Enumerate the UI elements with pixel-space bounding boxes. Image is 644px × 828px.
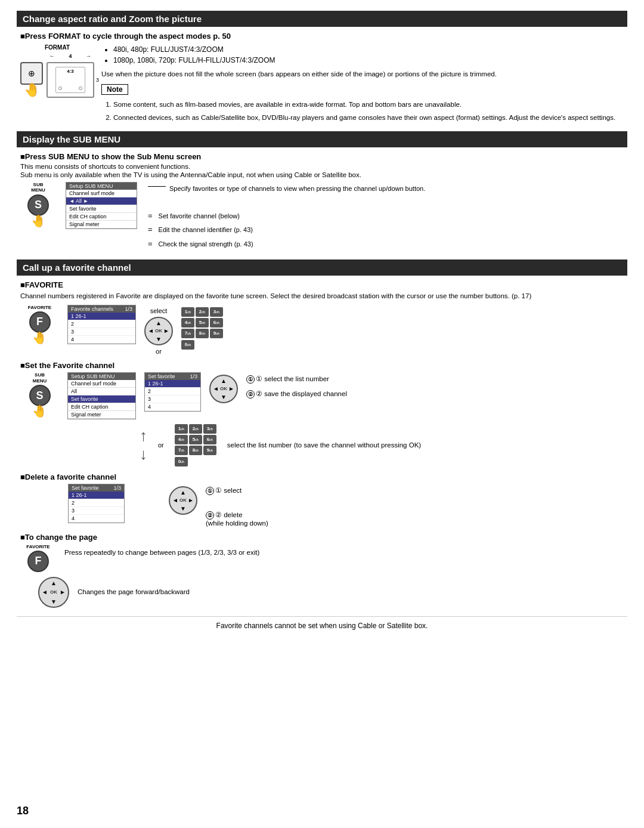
tv-screen-illustration: 4:3 3 — [47, 62, 94, 98]
set-fav-header: Set favorite 1/3 — [145, 373, 200, 380]
subsection2-title: ■Press SUB MENU to show the Sub Menu scr… — [20, 152, 624, 161]
note-label: Note — [101, 84, 128, 95]
set-favorite-subsection: ■Set the Favorite channel SUB MENU S 🤚 S… — [20, 361, 624, 466]
alt-instruction: select the list number (to save the chan… — [227, 440, 421, 450]
subsection1-title: ■Press FORMAT to cycle through the aspec… — [20, 32, 624, 41]
set-fav-step2: ②② save the displayed channel — [246, 390, 347, 398]
fav-row-4: 4 — [68, 336, 135, 344]
num-grid-set: 1ch 2ch 3ch 4ch 5ch 6ch 7ch 8ch 9ch — [175, 424, 216, 455]
annotation-set-fav: = Set favorite channel (below) — [148, 212, 425, 221]
format-button-illustration: FORMAT ⊕ 🤚 ←4→ 4:3 — [20, 44, 94, 98]
fav-row-3: 3 — [68, 328, 135, 336]
bullet-1080: 1080p, 1080i, 720p: FULL/H-FILL/JUST/4:3… — [113, 55, 624, 66]
num-5: 5ch — [196, 318, 209, 328]
num-8: 8ch — [196, 329, 209, 338]
select-label: select — [150, 307, 168, 314]
delete-fav-channels-box: Set favorite 1/3 1 26-1 2 3 4 — [68, 484, 125, 523]
format-button-icon: ⊕ — [20, 62, 43, 85]
num-1: 1ch — [181, 307, 194, 317]
delete-fav-title: ■Delete a favorite channel — [20, 472, 624, 481]
num-6: 6ch — [210, 318, 223, 328]
note-item-2: Connected devices, such as Cable/Satelli… — [113, 113, 624, 123]
set-fav-steps: ①① select the list number ②② save the di… — [246, 375, 347, 398]
nav-circle-fav: ▲ ◄ OK ► ▼ — [144, 317, 173, 345]
footer: Favorite channels cannot be set when usi… — [17, 616, 627, 630]
menu-item-set-fav: Set favorite — [66, 205, 137, 213]
f-button-change-page: F — [27, 551, 49, 572]
change-page-subsection: ■To change the page FAVORITE F Press rep… — [20, 533, 624, 608]
set-sub-label: SUB MENU — [33, 372, 47, 384]
menu-annotations: Specify favorites or type of channels to… — [148, 184, 425, 251]
delete-fav-step2: ②② delete (while holding down) — [206, 503, 268, 527]
menu-item-edit-ch: Edit CH caption — [66, 213, 137, 221]
menu-item-all: ◄ All ► — [66, 197, 137, 205]
section-sub-menu: Display the SUB MENU ■Press SUB MENU to … — [17, 131, 627, 251]
nav-circle-delete: ▲ ◄ OK ► ▼ — [169, 486, 197, 515]
num-0: 0ch — [181, 340, 194, 350]
set-fav-title: ■Set the Favorite channel — [20, 361, 624, 370]
f-button: F — [29, 311, 51, 333]
or-label: or — [156, 348, 162, 355]
menu-item-channel-surf: Channel surf mode — [66, 190, 137, 197]
sub-menu-label: SUB MENU — [31, 182, 45, 193]
page-number: 18 — [17, 805, 29, 817]
menu-item-signal: Signal meter — [66, 221, 137, 228]
fav-row-2: 2 — [68, 320, 135, 328]
change-page-body2: Changes the page forward/backward — [78, 587, 190, 597]
delete-favorite-subsection: ■Delete a favorite channel Set favorite … — [20, 472, 624, 527]
set-fav-menu-box: Setup SUB MENU Channel surf mode All Set… — [67, 372, 136, 419]
fav-label: FAVORITE — [28, 305, 51, 310]
change-page-body: Press repeatedly to change between pages… — [64, 548, 259, 558]
annotation-signal: = Check the signal strength (p. 43) — [148, 240, 425, 249]
note-item-1: Some content, such as film-based movies,… — [113, 100, 624, 110]
fav-channels-header: Favorite channels 1/3 — [68, 305, 135, 313]
ok-label-set: OK — [220, 386, 227, 391]
num-2: 2ch — [196, 307, 209, 317]
fav-row-1: 1 26-1 — [68, 313, 135, 320]
section-aspect-ratio: Change aspect ratio and Zoom the picture… — [17, 11, 627, 123]
section-favorite: Call up a favorite channel ■FAVORITE Cha… — [17, 259, 627, 608]
or-label-set: or — [158, 441, 164, 449]
updown-arrows: ↑ ↓ — [140, 427, 147, 464]
set-fav-channels-box: Set favorite 1/3 1 26-1 2 3 4 — [144, 372, 201, 412]
sub-menu-box: Setup SUB MENU Channel surf mode ◄ All ►… — [66, 182, 137, 229]
change-page-fav-label: FAVORITE — [26, 544, 49, 549]
num-7: 7ch — [181, 329, 194, 338]
sub-menu-body2: Sub menu is only available when the TV i… — [20, 171, 624, 178]
num-grid-fav: 1ch 2ch 3ch 4ch 5ch 6ch 7ch 8ch 9ch — [181, 307, 223, 338]
num-9: 9ch — [210, 329, 223, 338]
bullet-480: 480i, 480p: FULL/JUST/4:3/ZOOM — [113, 44, 624, 55]
delete-fav-steps: ①① select ②② delete (while holding down) — [206, 486, 268, 527]
s-button: S — [27, 194, 49, 216]
favorite-title: ■FAVORITE — [20, 280, 624, 289]
fav-channels-box: Favorite channels 1/3 1 26-1 2 3 4 — [67, 305, 136, 344]
s-button-set: S — [29, 385, 51, 406]
menu-box-header: Setup SUB MENU — [66, 183, 137, 190]
note-list: Some content, such as film-based movies,… — [101, 100, 624, 123]
ok-label: OK — [155, 328, 162, 333]
annotation-edit-ch: = Edit the channel identifier (p. 43) — [148, 225, 425, 235]
delete-fav-step1: ①① select — [206, 486, 268, 495]
annotation-channel-surf: Specify favorites or type of channels to… — [148, 184, 425, 193]
section3-header: Call up a favorite channel — [17, 259, 627, 276]
nav-circle-set: ▲ ◄ OK ► ▼ — [209, 375, 238, 403]
change-page-title: ■To change the page — [20, 533, 624, 542]
set-fav-step1: ①① select the list number — [246, 375, 347, 384]
aspect-body: Use when the picture does not fill the w… — [101, 69, 624, 79]
section2-header: Display the SUB MENU — [17, 131, 627, 147]
section1-header: Change aspect ratio and Zoom the picture — [17, 11, 627, 27]
sub-menu-body: This menu consists of shortcuts to conve… — [20, 163, 624, 170]
nav-circle-page: ▲ ◄ OK ► ▼ — [38, 577, 69, 608]
aspect-bullets: 480i, 480p: FULL/JUST/4:3/ZOOM 1080p, 10… — [101, 44, 624, 66]
num-3: 3ch — [210, 307, 223, 317]
favorite-subsection: ■FAVORITE Channel numbers registered in … — [20, 280, 624, 355]
num-4: 4ch — [181, 318, 194, 328]
favorite-body: Channel numbers registered in Favorite a… — [20, 291, 624, 301]
